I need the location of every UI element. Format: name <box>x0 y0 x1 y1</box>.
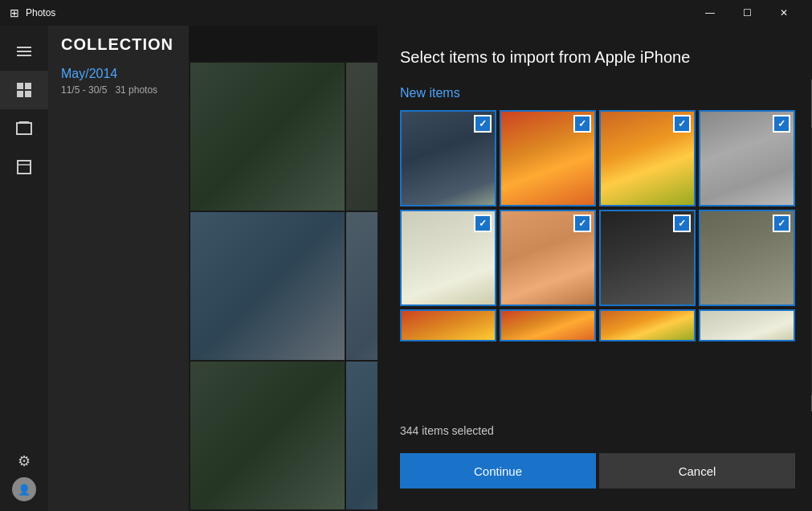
dialog-header: Select items to import from Apple iPhone <box>377 26 812 80</box>
svg-rect-3 <box>25 91 31 97</box>
month-label[interactable]: May/2014 <box>61 67 176 81</box>
photo-grid-row2: ✓ ✓ ✓ ✓ <box>400 210 795 306</box>
settings-button[interactable]: ⚙ <box>0 445 48 477</box>
month-group: May/2014 11/5 - 30/5 31 photos <box>61 67 176 96</box>
favorites-icon <box>15 158 33 176</box>
photo-item-2[interactable]: ✓ <box>500 110 596 206</box>
hamburger-icon <box>17 47 31 56</box>
items-selected-label: 344 items selected <box>400 424 795 437</box>
date-range: 11/5 - 30/5 31 photos <box>61 84 176 96</box>
photo-area: ↺ ≡ ⬇ … Select items to import from <box>189 26 812 511</box>
avatar-initial: 👤 <box>18 484 31 496</box>
photo-thumb-p3 <box>601 311 694 340</box>
svg-rect-2 <box>17 91 23 97</box>
app-container: ⚙ 👤 COLLECTION May/2014 11/5 - 30/5 31 p… <box>0 26 812 511</box>
check-badge-3: ✓ <box>673 115 691 133</box>
dialog-footer: 344 items selected Continue Cancel <box>377 411 812 511</box>
minimize-button[interactable]: — <box>692 0 728 26</box>
photo-grid-row1: ✓ ✓ ✓ ✓ <box>400 110 795 206</box>
photo-item-6[interactable]: ✓ <box>500 210 596 306</box>
photo-item-1[interactable]: ✓ <box>400 110 496 206</box>
photo-item-4[interactable]: ✓ <box>699 110 795 206</box>
import-dialog: Select items to import from Apple iPhone… <box>377 26 812 511</box>
sidebar-item-favorites[interactable] <box>0 148 48 186</box>
title-bar: ⊞ Photos — ☐ ✕ <box>0 0 812 26</box>
photo-item-3[interactable]: ✓ <box>599 110 696 206</box>
app-icon: ⊞ <box>10 6 19 19</box>
sidebar-item-albums[interactable] <box>0 109 48 148</box>
sidebar-item-collection[interactable] <box>0 71 48 109</box>
photo-item-5[interactable]: ✓ <box>400 210 496 306</box>
window-controls: — ☐ ✕ <box>692 0 802 26</box>
app-title: Photos <box>26 7 55 18</box>
dialog-title: Select items to import from Apple iPhone <box>400 48 795 67</box>
dialog-scroll-area[interactable]: New items ✓ ✓ ✓ <box>377 80 812 411</box>
sidebar-bottom: ⚙ 👤 <box>0 445 48 501</box>
svg-rect-5 <box>19 121 29 123</box>
photo-item-8[interactable]: ✓ <box>699 210 795 306</box>
svg-rect-0 <box>17 83 23 89</box>
photo-item-partial-1[interactable] <box>400 309 496 341</box>
hamburger-menu-button[interactable] <box>0 32 48 71</box>
maximize-button[interactable]: ☐ <box>728 0 765 26</box>
svg-rect-1 <box>25 83 31 89</box>
close-button[interactable]: ✕ <box>765 0 802 26</box>
photo-item-7[interactable]: ✓ <box>599 210 696 306</box>
continue-button[interactable]: Continue <box>400 453 596 489</box>
dialog-buttons: Continue Cancel <box>400 453 795 489</box>
check-badge-1: ✓ <box>474 115 492 133</box>
collection-icon <box>15 81 33 99</box>
svg-rect-6 <box>18 161 31 174</box>
photo-thumb-p1 <box>402 311 495 340</box>
svg-rect-4 <box>17 123 31 134</box>
check-badge-6: ✓ <box>573 215 591 232</box>
photo-item-partial-3[interactable] <box>599 309 696 341</box>
cancel-button[interactable]: Cancel <box>599 453 795 489</box>
section-new-items-label: New items <box>400 86 795 100</box>
left-panel: COLLECTION May/2014 11/5 - 30/5 31 photo… <box>48 26 189 511</box>
check-badge-5: ✓ <box>474 215 492 232</box>
photo-item-partial-4[interactable] <box>699 309 795 341</box>
user-avatar[interactable]: 👤 <box>12 477 36 501</box>
photo-thumb-p4 <box>700 311 794 340</box>
collection-title: COLLECTION <box>61 35 176 54</box>
sidebar: ⚙ 👤 <box>0 26 48 511</box>
check-badge-7: ✓ <box>673 215 691 232</box>
title-bar-left: ⊞ Photos <box>10 6 55 19</box>
check-badge-4: ✓ <box>773 115 790 133</box>
check-badge-2: ✓ <box>573 115 591 133</box>
albums-icon <box>15 120 33 137</box>
photo-item-partial-2[interactable] <box>500 309 596 341</box>
photo-thumb-p2 <box>501 311 594 340</box>
photo-grid-partial <box>400 309 795 341</box>
check-badge-8: ✓ <box>773 215 790 232</box>
